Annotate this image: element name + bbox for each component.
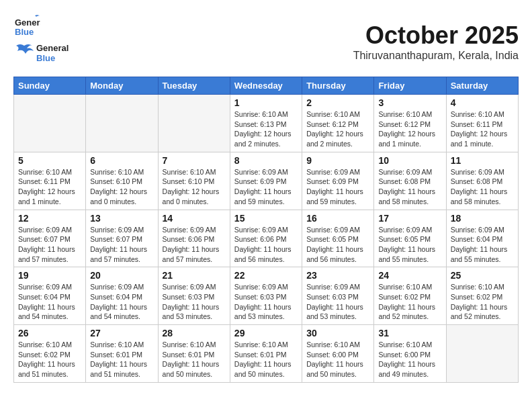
calendar-day-cell: 15Sunrise: 6:09 AMSunset: 6:06 PMDayligh… xyxy=(230,210,302,267)
calendar-day-cell: 29Sunrise: 6:10 AMSunset: 6:01 PMDayligh… xyxy=(230,325,302,383)
day-number: 24 xyxy=(378,270,441,281)
week-row-2: 5Sunrise: 6:10 AMSunset: 6:11 PMDaylight… xyxy=(14,152,519,210)
day-info: Sunrise: 6:09 AMSunset: 6:07 PMDaylight:… xyxy=(90,225,153,265)
calendar-day-cell: 2Sunrise: 6:10 AMSunset: 6:12 PMDaylight… xyxy=(302,95,374,152)
col-friday: Friday xyxy=(374,77,446,95)
calendar-day-cell: 18Sunrise: 6:09 AMSunset: 6:04 PMDayligh… xyxy=(446,210,518,267)
month-title: October 2025 xyxy=(75,21,519,50)
calendar-day-cell: 13Sunrise: 6:09 AMSunset: 6:07 PMDayligh… xyxy=(86,210,158,267)
calendar-header-row: Sunday Monday Tuesday Wednesday Thursday… xyxy=(14,77,519,95)
day-number: 11 xyxy=(451,155,514,166)
day-number: 5 xyxy=(18,155,81,166)
day-number: 10 xyxy=(378,155,441,166)
day-info: Sunrise: 6:09 AMSunset: 6:03 PMDaylight:… xyxy=(163,282,226,322)
day-number: 9 xyxy=(306,155,369,166)
calendar-day-cell: 10Sunrise: 6:09 AMSunset: 6:08 PMDayligh… xyxy=(374,152,446,210)
day-info: Sunrise: 6:10 AMSunset: 6:02 PMDaylight:… xyxy=(18,340,81,379)
day-info: Sunrise: 6:10 AMSunset: 6:12 PMDaylight:… xyxy=(306,109,369,149)
day-number: 28 xyxy=(163,328,226,338)
day-number: 12 xyxy=(18,213,81,224)
day-info: Sunrise: 6:10 AMSunset: 6:01 PMDaylight:… xyxy=(234,340,298,379)
day-info: Sunrise: 6:10 AMSunset: 6:12 PMDaylight:… xyxy=(378,109,441,149)
logo-icon: General Blue xyxy=(13,13,40,40)
svg-text:General: General xyxy=(15,17,40,28)
calendar-day-cell: 5Sunrise: 6:10 AMSunset: 6:11 PMDaylight… xyxy=(14,152,86,210)
day-info: Sunrise: 6:09 AMSunset: 6:08 PMDaylight:… xyxy=(451,167,514,207)
day-info: Sunrise: 6:09 AMSunset: 6:03 PMDaylight:… xyxy=(306,282,369,322)
day-number: 7 xyxy=(163,155,226,166)
day-info: Sunrise: 6:09 AMSunset: 6:06 PMDaylight:… xyxy=(234,225,298,265)
day-number: 18 xyxy=(451,213,514,224)
week-row-4: 19Sunrise: 6:09 AMSunset: 6:04 PMDayligh… xyxy=(14,267,519,325)
calendar-day-cell: 24Sunrise: 6:10 AMSunset: 6:02 PMDayligh… xyxy=(374,267,446,325)
day-info: Sunrise: 6:09 AMSunset: 6:08 PMDaylight:… xyxy=(378,167,441,207)
day-number: 16 xyxy=(306,213,369,224)
day-info: Sunrise: 6:10 AMSunset: 6:00 PMDaylight:… xyxy=(378,340,441,379)
day-info: Sunrise: 6:10 AMSunset: 6:01 PMDaylight:… xyxy=(163,340,226,379)
calendar-day-cell: 19Sunrise: 6:09 AMSunset: 6:04 PMDayligh… xyxy=(14,267,86,325)
day-number: 4 xyxy=(451,97,514,108)
day-number: 8 xyxy=(234,155,298,166)
day-info: Sunrise: 6:10 AMSunset: 6:01 PMDaylight:… xyxy=(90,340,153,379)
calendar-day-cell xyxy=(158,95,230,152)
day-info: Sunrise: 6:10 AMSunset: 6:10 PMDaylight:… xyxy=(90,167,153,207)
day-number: 20 xyxy=(90,270,153,281)
week-row-5: 26Sunrise: 6:10 AMSunset: 6:02 PMDayligh… xyxy=(14,325,519,383)
day-number: 30 xyxy=(306,328,369,338)
day-info: Sunrise: 6:10 AMSunset: 6:02 PMDaylight:… xyxy=(378,282,441,322)
calendar-table: Sunday Monday Tuesday Wednesday Thursday… xyxy=(13,77,519,383)
calendar-day-cell: 31Sunrise: 6:10 AMSunset: 6:00 PMDayligh… xyxy=(374,325,446,383)
calendar-day-cell: 22Sunrise: 6:09 AMSunset: 6:03 PMDayligh… xyxy=(230,267,302,325)
day-number: 26 xyxy=(18,328,81,338)
day-info: Sunrise: 6:10 AMSunset: 6:10 PMDaylight:… xyxy=(163,167,226,207)
calendar-day-cell: 16Sunrise: 6:09 AMSunset: 6:05 PMDayligh… xyxy=(302,210,374,267)
calendar-day-cell: 9Sunrise: 6:09 AMSunset: 6:09 PMDaylight… xyxy=(302,152,374,210)
calendar-day-cell: 1Sunrise: 6:10 AMSunset: 6:13 PMDaylight… xyxy=(230,95,302,152)
day-number: 3 xyxy=(378,97,441,108)
day-info: Sunrise: 6:09 AMSunset: 6:07 PMDaylight:… xyxy=(18,225,81,265)
day-info: Sunrise: 6:09 AMSunset: 6:05 PMDaylight:… xyxy=(378,225,441,265)
day-info: Sunrise: 6:10 AMSunset: 6:11 PMDaylight:… xyxy=(451,109,514,149)
calendar-day-cell: 20Sunrise: 6:09 AMSunset: 6:04 PMDayligh… xyxy=(86,267,158,325)
logo: General Blue General Blue xyxy=(13,13,69,63)
page-container: General Blue General Blue October 2025 T… xyxy=(13,13,519,383)
day-info: Sunrise: 6:10 AMSunset: 6:11 PMDaylight:… xyxy=(18,167,81,207)
header: General Blue General Blue October 2025 T… xyxy=(13,13,519,70)
location-subtitle: Thiruvananthapuram, Kerala, India xyxy=(75,50,519,62)
day-number: 17 xyxy=(378,213,441,224)
col-monday: Monday xyxy=(86,77,158,95)
day-info: Sunrise: 6:10 AMSunset: 6:02 PMDaylight:… xyxy=(451,282,514,322)
day-number: 6 xyxy=(90,155,153,166)
day-number: 1 xyxy=(234,97,298,108)
calendar-day-cell: 4Sunrise: 6:10 AMSunset: 6:11 PMDaylight… xyxy=(446,95,518,152)
calendar-day-cell: 30Sunrise: 6:10 AMSunset: 6:00 PMDayligh… xyxy=(302,325,374,383)
calendar-day-cell: 6Sunrise: 6:10 AMSunset: 6:10 PMDaylight… xyxy=(86,152,158,210)
calendar-day-cell: 11Sunrise: 6:09 AMSunset: 6:08 PMDayligh… xyxy=(446,152,518,210)
day-info: Sunrise: 6:09 AMSunset: 6:04 PMDaylight:… xyxy=(90,282,153,322)
calendar-day-cell: 27Sunrise: 6:10 AMSunset: 6:01 PMDayligh… xyxy=(86,325,158,383)
day-number: 13 xyxy=(90,213,153,224)
calendar-day-cell: 14Sunrise: 6:09 AMSunset: 6:06 PMDayligh… xyxy=(158,210,230,267)
day-info: Sunrise: 6:09 AMSunset: 6:04 PMDaylight:… xyxy=(18,282,81,322)
day-number: 25 xyxy=(451,270,514,281)
day-number: 29 xyxy=(234,328,298,338)
calendar-day-cell: 23Sunrise: 6:09 AMSunset: 6:03 PMDayligh… xyxy=(302,267,374,325)
day-number: 22 xyxy=(234,270,298,281)
calendar-day-cell: 8Sunrise: 6:09 AMSunset: 6:09 PMDaylight… xyxy=(230,152,302,210)
day-info: Sunrise: 6:10 AMSunset: 6:13 PMDaylight:… xyxy=(234,109,298,149)
week-row-3: 12Sunrise: 6:09 AMSunset: 6:07 PMDayligh… xyxy=(14,210,519,267)
col-wednesday: Wednesday xyxy=(230,77,302,95)
day-number: 2 xyxy=(306,97,369,108)
day-info: Sunrise: 6:09 AMSunset: 6:04 PMDaylight:… xyxy=(451,225,514,265)
calendar-day-cell: 7Sunrise: 6:10 AMSunset: 6:10 PMDaylight… xyxy=(158,152,230,210)
col-sunday: Sunday xyxy=(14,77,86,95)
day-number: 21 xyxy=(163,270,226,281)
calendar-day-cell: 28Sunrise: 6:10 AMSunset: 6:01 PMDayligh… xyxy=(158,325,230,383)
logo-text-general: General xyxy=(36,43,69,53)
day-number: 19 xyxy=(18,270,81,281)
calendar-day-cell: 3Sunrise: 6:10 AMSunset: 6:12 PMDaylight… xyxy=(374,95,446,152)
title-area: October 2025 Thiruvananthapuram, Kerala,… xyxy=(75,21,519,62)
logo-bird-icon xyxy=(13,43,35,63)
day-number: 31 xyxy=(378,328,441,338)
day-number: 15 xyxy=(234,213,298,224)
